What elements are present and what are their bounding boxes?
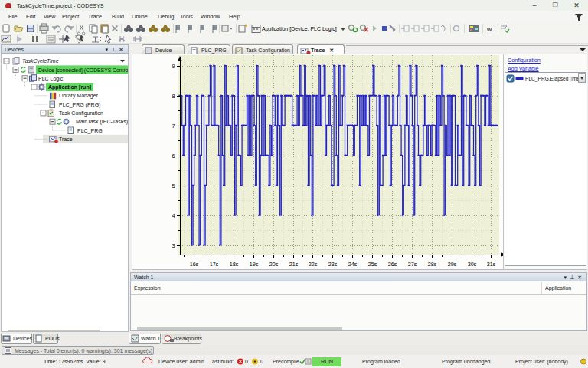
svg-text:PLC_PRG.ElapsedTime: PLC_PRG.ElapsedTime <box>525 76 580 82</box>
svg-text:31s: 31s <box>487 261 496 268</box>
svg-text:22s: 22s <box>309 261 318 268</box>
svg-text:Task Configuration: Task Configuration <box>59 110 103 117</box>
svg-text:24s: 24s <box>348 261 358 268</box>
svg-text:28s: 28s <box>428 261 437 268</box>
svg-text:PLC_PRG (PRG): PLC_PRG (PRG) <box>59 102 100 108</box>
svg-text:7: 7 <box>172 123 175 130</box>
svg-text:9: 9 <box>172 63 175 70</box>
svg-text:TaskCycleTime: TaskCycleTime <box>22 58 59 64</box>
svg-text:18s: 18s <box>230 261 239 268</box>
svg-text:Application [run]: Application [run] <box>48 84 91 90</box>
svg-text:Application [Device: PLC Logic: Application [Device: PLC Logic] <box>262 26 337 32</box>
svg-text:20s: 20s <box>270 261 279 268</box>
svg-text:17s: 17s <box>210 261 219 268</box>
svg-text:PLC Logic: PLC Logic <box>38 76 64 82</box>
svg-text:3: 3 <box>172 242 175 249</box>
svg-text:6: 6 <box>172 153 175 159</box>
svg-text:21s: 21s <box>289 261 299 268</box>
svg-text:26s: 26s <box>388 261 397 268</box>
svg-text:Device [connected] (CODESYS Co: Device [connected] (CODESYS Control Wi <box>38 67 128 74</box>
svg-text:19s: 19s <box>250 261 259 268</box>
svg-text:27s: 27s <box>408 261 417 268</box>
svg-text:8: 8 <box>172 93 175 100</box>
svg-text:MainTask (IEC-Tasks): MainTask (IEC-Tasks) <box>76 119 128 125</box>
svg-text:Trace: Trace <box>59 136 73 142</box>
svg-text:23s: 23s <box>328 261 338 268</box>
svg-text:16s: 16s <box>190 261 199 268</box>
svg-text:Library Manager: Library Manager <box>59 93 99 99</box>
svg-text:4: 4 <box>172 212 175 219</box>
svg-text:PLC_PRG: PLC_PRG <box>77 128 103 134</box>
svg-text:5: 5 <box>172 182 175 189</box>
svg-text:w´: w´ <box>486 26 494 33</box>
svg-text:30s: 30s <box>468 261 477 268</box>
svg-text:29s: 29s <box>448 261 457 268</box>
svg-text:25s: 25s <box>368 261 377 268</box>
